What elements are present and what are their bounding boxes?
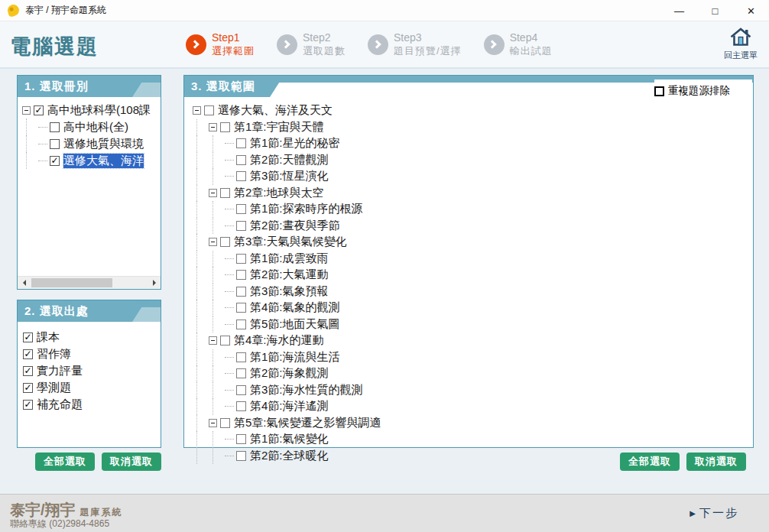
select-all-button-right[interactable]: 全部選取: [620, 453, 680, 471]
tree-label[interactable]: 高中地科(全): [63, 120, 128, 135]
h-scrollbar[interactable]: [18, 276, 161, 289]
tree-label[interactable]: 第1節:氣候變化: [250, 432, 329, 446]
dedupe-checkbox[interactable]: [654, 86, 664, 96]
tree-label[interactable]: 第3節:恆星演化: [250, 169, 329, 183]
tree-guide-line: [209, 398, 225, 415]
tree-checkbox[interactable]: [50, 122, 60, 132]
book-source-actions: 全部選取 取消選取: [17, 453, 161, 471]
panel-source-select: 2. 選取出處 ✓課本✓習作簿✓實力評量✓學測題✓補充命題: [17, 300, 161, 448]
tree-guide-line: [209, 349, 225, 366]
tree-label[interactable]: 第1章:宇宙與天體: [234, 120, 324, 135]
step-1-chevron-icon: [186, 34, 206, 55]
source-checkbox[interactable]: ✓: [23, 400, 33, 410]
scroll-right-arrow-icon[interactable]: [148, 277, 161, 289]
tree-label[interactable]: 高中地球科學(108課: [47, 103, 151, 118]
tree-label[interactable]: 第5章:氣候變遷之影響與調適: [234, 416, 381, 430]
source-label[interactable]: 學測題: [37, 381, 71, 395]
source-checkbox[interactable]: ✓: [23, 383, 33, 393]
scroll-thumb[interactable]: [31, 278, 112, 287]
tree-row: 第4節:氣象的觀測: [193, 300, 751, 316]
home-button[interactable]: 回主選單: [720, 27, 761, 61]
expander-minus-icon[interactable]: [209, 238, 217, 246]
close-button[interactable]: ✕: [733, 0, 769, 21]
tree-label[interactable]: 第1節:海流與生活: [250, 350, 340, 365]
expander-minus-icon[interactable]: [209, 123, 217, 131]
source-label[interactable]: 實力評量: [37, 364, 83, 378]
maximize-button[interactable]: □: [697, 0, 733, 21]
tree-row: 第1節:探索時序的根源: [193, 201, 751, 218]
source-checkbox[interactable]: ✓: [23, 332, 33, 342]
tree-guide-line: [193, 431, 209, 448]
tree-checkbox[interactable]: [236, 320, 246, 329]
tree-checkbox[interactable]: [220, 188, 230, 198]
step-2: Step2 選取題數: [277, 31, 346, 57]
expander-minus-icon[interactable]: [209, 419, 217, 427]
tree-checkbox[interactable]: [236, 254, 246, 264]
tree-label[interactable]: 第3章:天氣與氣候變化: [234, 235, 347, 249]
tree-label[interactable]: 第2節:大氣運動: [250, 268, 329, 282]
deselect-button-left[interactable]: 取消選取: [102, 453, 161, 471]
tree-label[interactable]: 第4節:氣象的觀測: [250, 300, 340, 315]
step-3-number: Step3: [394, 31, 462, 45]
tree-guide-line: [193, 316, 209, 333]
tree-checkbox[interactable]: [220, 122, 230, 132]
tree-label[interactable]: 選修大氣、海洋及天文: [218, 103, 333, 118]
tree-label[interactable]: 第1節:星光的秘密: [250, 136, 340, 151]
next-button[interactable]: ▶ 下一步: [690, 506, 738, 521]
source-checkbox[interactable]: ✓: [23, 366, 33, 376]
source-label[interactable]: 補充命題: [37, 397, 83, 412]
tree-label[interactable]: 選修地質與環境: [63, 137, 144, 151]
tree-checkbox[interactable]: [236, 204, 246, 214]
tree-checkbox[interactable]: [220, 237, 230, 247]
source-label[interactable]: 課本: [37, 330, 60, 345]
expander-minus-icon[interactable]: [193, 106, 201, 115]
tree-checkbox[interactable]: [236, 368, 246, 378]
minimize-button[interactable]: —: [661, 0, 697, 21]
tree-label[interactable]: 第2節:天體觀測: [250, 153, 329, 167]
source-checkbox[interactable]: ✓: [23, 349, 33, 359]
source-label[interactable]: 習作簿: [37, 347, 71, 362]
tree-checkbox[interactable]: [236, 401, 246, 411]
tree-checkbox[interactable]: [236, 352, 246, 362]
tree-guide-line: [209, 365, 225, 382]
tree-label[interactable]: 第4節:海洋遙測: [250, 399, 329, 414]
tree-row: 選修地質與環境: [22, 135, 159, 152]
select-all-button-left[interactable]: 全部選取: [35, 453, 95, 471]
scroll-left-arrow-icon[interactable]: [18, 277, 31, 289]
tree-checkbox[interactable]: [236, 303, 246, 313]
tree-checkbox[interactable]: [220, 336, 230, 345]
tree-checkbox[interactable]: [236, 221, 246, 231]
expander-minus-icon[interactable]: [209, 189, 217, 197]
tree-label[interactable]: 選修大氣、海洋: [63, 154, 144, 168]
deselect-button-right[interactable]: 取消選取: [686, 453, 746, 471]
tree-checkbox[interactable]: [236, 385, 246, 395]
tree-label[interactable]: 第2章:地球與太空: [234, 186, 324, 200]
expander-minus-icon[interactable]: [209, 336, 217, 345]
tree-checkbox[interactable]: [220, 418, 230, 428]
tree-checkbox[interactable]: [50, 139, 60, 149]
tree-label[interactable]: 第3節:氣象預報: [250, 284, 329, 299]
tree-label[interactable]: 第1節:成雲致雨: [250, 251, 329, 266]
tree-guide-line: [193, 185, 209, 202]
tree-checkbox[interactable]: [204, 105, 214, 115]
tree-label[interactable]: 第5節:地面天氣圖: [250, 317, 340, 332]
tree-checkbox[interactable]: ✓: [50, 156, 60, 166]
tree-checkbox[interactable]: [236, 155, 246, 165]
tree-guide-line: [193, 267, 209, 284]
tree-checkbox[interactable]: [236, 287, 246, 297]
tree-connector-line: [225, 439, 234, 440]
tree-label[interactable]: 第2節:晝夜與季節: [250, 219, 340, 233]
tree-checkbox[interactable]: [236, 138, 246, 148]
tree-label[interactable]: 第1節:探索時序的根源: [250, 202, 363, 216]
tree-label[interactable]: 第4章:海水的運動: [234, 333, 324, 348]
tree-checkbox[interactable]: ✓: [34, 105, 44, 115]
tree-checkbox[interactable]: [236, 171, 246, 181]
tree-label[interactable]: 第3節:海水性質的觀測: [250, 383, 363, 397]
expander-minus-icon[interactable]: [22, 106, 31, 115]
tree-guide-line: [209, 300, 225, 316]
tree-checkbox[interactable]: [236, 270, 246, 280]
tree-checkbox[interactable]: [236, 434, 246, 444]
tree-label[interactable]: 第2節:海象觀測: [250, 366, 329, 381]
home-icon: [729, 27, 752, 47]
tree-guide-line: [193, 382, 209, 399]
